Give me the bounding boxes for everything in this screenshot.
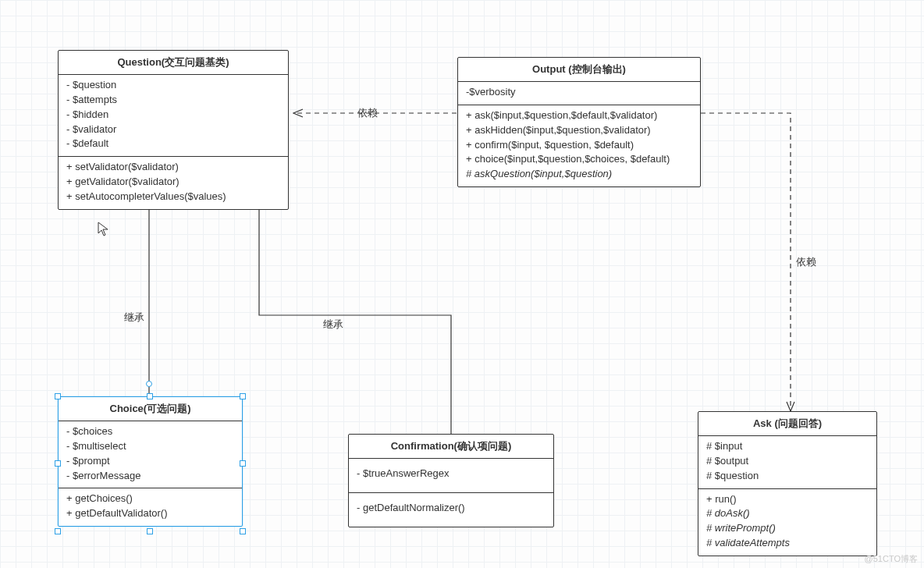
label-depend-output-ask: 依赖	[796, 255, 816, 269]
cursor-icon	[98, 222, 110, 237]
selection-handle[interactable]	[146, 381, 152, 387]
class-question-ops: + setValidator($validator) + getValidato…	[59, 157, 288, 209]
selection-handle[interactable]	[55, 460, 61, 467]
watermark: @51CTO博客	[865, 553, 918, 565]
label-depend-output-question: 依赖	[357, 106, 378, 120]
selection-handle[interactable]	[55, 528, 61, 534]
selection-handle[interactable]	[147, 528, 153, 534]
class-choice-ops: + getChoices() + getDefaultValidator()	[59, 488, 242, 526]
class-ask-title: Ask (问题回答)	[698, 412, 876, 436]
class-confirmation-title: Confirmation(确认项问题)	[349, 435, 553, 459]
class-ask-ops: + run() # doAsk() # writePrompt() # vali…	[698, 489, 876, 556]
class-question-attrs: - $question - $attempts - $hidden - $val…	[59, 75, 288, 157]
class-choice-title: Choice(可选问题)	[59, 397, 242, 421]
label-inherit-confirmation: 继承	[323, 318, 343, 332]
class-question-title: Question(交互问题基类)	[59, 51, 288, 75]
class-output[interactable]: Output (控制台输出) -$verbosity + ask($input,…	[457, 57, 701, 187]
class-question[interactable]: Question(交互问题基类) - $question - $attempts…	[58, 50, 289, 210]
class-choice-attrs: - $choices - $multiselect - $prompt - $e…	[59, 421, 242, 488]
class-confirmation-attrs: - $trueAnswerRegex	[349, 459, 553, 493]
selection-handle[interactable]	[240, 460, 246, 467]
class-choice[interactable]: Choice(可选问题) - $choices - $multiselect -…	[58, 396, 243, 527]
selection-handle[interactable]	[55, 393, 61, 399]
class-output-attrs: -$verbosity	[458, 82, 700, 105]
class-confirmation[interactable]: Confirmation(确认项问题) - $trueAnswerRegex -…	[348, 434, 554, 527]
class-confirmation-ops: - getDefaultNormalizer()	[349, 493, 553, 527]
selection-handle[interactable]	[240, 528, 246, 534]
label-inherit-choice: 继承	[124, 311, 144, 325]
class-ask-attrs: # $input # $output # $question	[698, 436, 876, 489]
class-output-title: Output (控制台输出)	[458, 58, 700, 82]
selection-handle[interactable]	[147, 393, 153, 399]
selection-handle[interactable]	[240, 393, 246, 399]
class-output-ops: + ask($input,$question,$default,$validat…	[458, 105, 700, 186]
class-ask[interactable]: Ask (问题回答) # $input # $output # $questio…	[698, 411, 877, 556]
